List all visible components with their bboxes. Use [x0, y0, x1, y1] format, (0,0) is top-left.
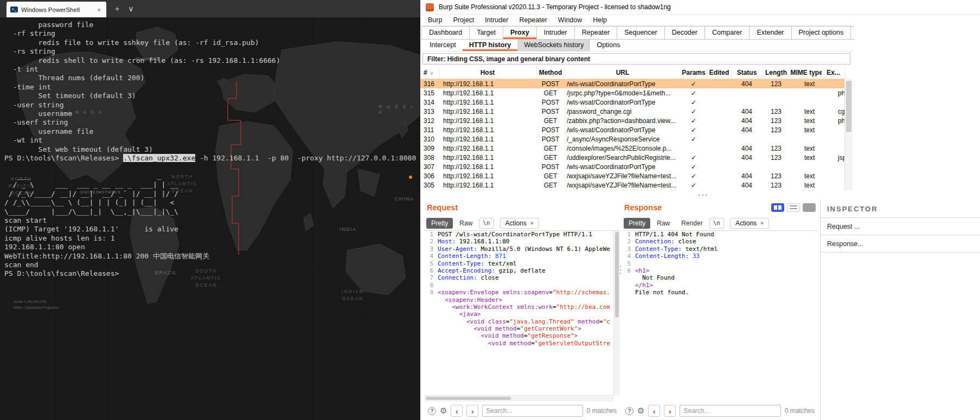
horizontal-splitter-handle[interactable]: ··· [698, 191, 709, 199]
table-row[interactable]: 309http://192.168.1.1GET/console/images/… [420, 144, 845, 153]
cell-host: http://192.168.1.1 [439, 125, 536, 134]
burp-app-icon [426, 3, 434, 11]
tab-comparer[interactable]: Comparer [704, 26, 750, 40]
table-row[interactable]: 310http://192.168.1.1POST/_async/AsyncRe… [420, 134, 845, 144]
column-header-length[interactable]: Length [762, 67, 790, 79]
table-row[interactable]: 307http://192.168.1.1POST/wls-wsat/Coord… [420, 162, 845, 171]
table-row[interactable]: 312http://192.168.1.1GET/zabbix.php?acti… [420, 116, 845, 125]
code-segment: Mozilla/5.0 (Windows NT 6.1) AppleWe [477, 245, 610, 253]
help-icon[interactable]: ? [428, 407, 436, 415]
inspector-section-request[interactable]: Request ... [821, 217, 980, 235]
stacked-view-button[interactable] [787, 203, 800, 212]
response-tab-n[interactable]: \n [709, 218, 724, 229]
tab-dropdown-icon[interactable]: ∨ [128, 0, 133, 17]
request-horizontal-scrollbar-thumb[interactable] [426, 397, 511, 400]
tab-dashboard[interactable]: Dashboard [421, 26, 470, 40]
column-header-extension[interactable]: Ex... [822, 67, 845, 79]
code-text: <work:WorkContext xmlns:work="http://bea… [438, 303, 610, 311]
request-vertical-scrollbar[interactable] [613, 231, 620, 396]
column-header-edited[interactable]: Edited [707, 67, 732, 79]
search-previous-button[interactable]: ‹ [451, 405, 463, 417]
cell-length [762, 134, 790, 144]
side-by-side-view-button[interactable] [771, 203, 784, 212]
table-row[interactable]: 305http://192.168.1.1GET/wxjsapi/saveYZJ… [420, 180, 845, 190]
request-vertical-scrollbar-thumb[interactable] [615, 232, 619, 318]
cell-host: http://192.168.1.1 [439, 144, 536, 153]
cell-length [762, 88, 790, 98]
menu-item-help[interactable]: Help [587, 16, 612, 24]
request-tab-raw[interactable]: Raw [454, 218, 477, 229]
column-header-mime[interactable]: MIME type [790, 67, 822, 79]
column-header-params[interactable]: Params [681, 67, 707, 79]
column-label: Length [765, 69, 787, 76]
subtab-http-history[interactable]: HTTP history [463, 40, 518, 51]
menu-item-intruder[interactable]: Intruder [479, 16, 514, 24]
cell-extension: cgi [822, 107, 845, 116]
line-number: 5 [622, 260, 631, 267]
gear-icon[interactable]: ⚙ [440, 406, 447, 416]
response-search-input[interactable] [680, 405, 780, 417]
subtab-intercept[interactable]: Intercept [423, 40, 463, 51]
tab-project-options[interactable]: Project options [791, 26, 851, 40]
close-tab-icon[interactable]: × [96, 6, 103, 14]
tab-sequencer[interactable]: Sequencer [617, 26, 664, 40]
menu-item-burp[interactable]: Burp [422, 16, 447, 24]
tab-intruder[interactable]: Intruder [536, 26, 575, 40]
tab-repeater[interactable]: Repeater [574, 26, 617, 40]
table-scrollbar-thumb[interactable] [846, 81, 851, 132]
subtab-websockets-history[interactable]: WebSockets history [517, 40, 590, 51]
response-tab-render[interactable]: Render [676, 218, 707, 229]
combined-view-button[interactable] [803, 203, 816, 212]
gear-icon[interactable]: ⚙ [637, 406, 644, 416]
response-tab-pretty[interactable]: Pretty [624, 218, 650, 229]
menu-item-repeater[interactable]: Repeater [514, 16, 552, 24]
terminal-tab-powershell[interactable]: >_ Windows PowerShell × [7, 2, 106, 17]
code-line: <void method="getCurrentWork"> [425, 325, 620, 332]
table-row[interactable]: 311http://192.168.1.1POST/wls-wsat/Coord… [420, 125, 845, 134]
menu-item-window[interactable]: Window [553, 16, 587, 24]
search-next-button[interactable]: › [466, 405, 478, 417]
menu-item-project[interactable]: Project [447, 16, 479, 24]
tab-decoder[interactable]: Decoder [664, 26, 705, 40]
column-header-host[interactable]: Host [439, 67, 536, 79]
tab-target[interactable]: Target [469, 26, 503, 40]
table-scrollbar[interactable] [844, 79, 853, 190]
request-panel-header: Request [425, 199, 620, 216]
response-actions-button[interactable]: Actions ∨ [730, 218, 769, 229]
cell-url: /_async/AsyncResponseService [565, 134, 681, 144]
tab-proxy[interactable]: Proxy [503, 26, 537, 40]
cell-length: 123 [762, 125, 790, 134]
request-actions-label: Actions [505, 219, 527, 227]
table-row[interactable]: 308http://192.168.1.1GET/uddiexplorer/Se… [420, 153, 845, 162]
new-tab-button[interactable]: + [115, 0, 119, 17]
request-editor[interactable]: 1POST /wls-wsat/CoordinatorPortType HTTP… [425, 231, 620, 402]
inspector-section-response[interactable]: Response... [821, 235, 980, 253]
cell-edited [707, 125, 732, 134]
filter-bar[interactable]: Filter: Hiding CSS, image and general bi… [422, 53, 850, 64]
column-header-status[interactable]: Status [732, 67, 762, 79]
tab-user-options[interactable]: User options [850, 26, 854, 40]
search-previous-button[interactable]: ‹ [648, 405, 660, 417]
request-tab-n[interactable]: \n [479, 218, 494, 229]
search-next-button[interactable]: › [664, 405, 676, 417]
column-header-method[interactable]: Method [536, 67, 565, 79]
code-segment [491, 325, 495, 332]
subtab-options[interactable]: Options [590, 40, 626, 51]
response-editor[interactable]: 1HTTP/1.1 404 Not Found2Connection: clos… [622, 231, 818, 402]
tab-extender[interactable]: Extender [749, 26, 791, 40]
table-row[interactable]: 316http://192.168.1.1POST/wls-wsat/Coord… [420, 79, 845, 89]
column-header-number[interactable]: #∨ [420, 67, 439, 79]
help-icon[interactable]: ? [625, 407, 633, 415]
response-tab-raw[interactable]: Raw [652, 218, 675, 229]
table-row[interactable]: 315http://192.168.1.1GET/jsrpc.php?type=… [420, 88, 845, 98]
terminal-body[interactable]: Greenland C A N A D A R U S S I A UNITED… [0, 17, 420, 420]
request-actions-button[interactable]: Actions ∨ [500, 218, 539, 229]
column-header-url[interactable]: URL [565, 67, 681, 79]
table-row[interactable]: 314http://192.168.1.1POST/wls-wsat/Coord… [420, 98, 845, 107]
request-search-input[interactable] [482, 405, 582, 417]
table-row[interactable]: 313http://192.168.1.1POST/password_chang… [420, 107, 845, 116]
request-horizontal-scrollbar[interactable] [425, 395, 613, 402]
burp-titlebar[interactable]: Burp Suite Professional v2020.11.3 - Tem… [420, 0, 980, 15]
table-row[interactable]: 306http://192.168.1.1GET/wxjsapi/saveYZJ… [420, 171, 845, 180]
request-tab-pretty[interactable]: Pretty [426, 218, 453, 229]
